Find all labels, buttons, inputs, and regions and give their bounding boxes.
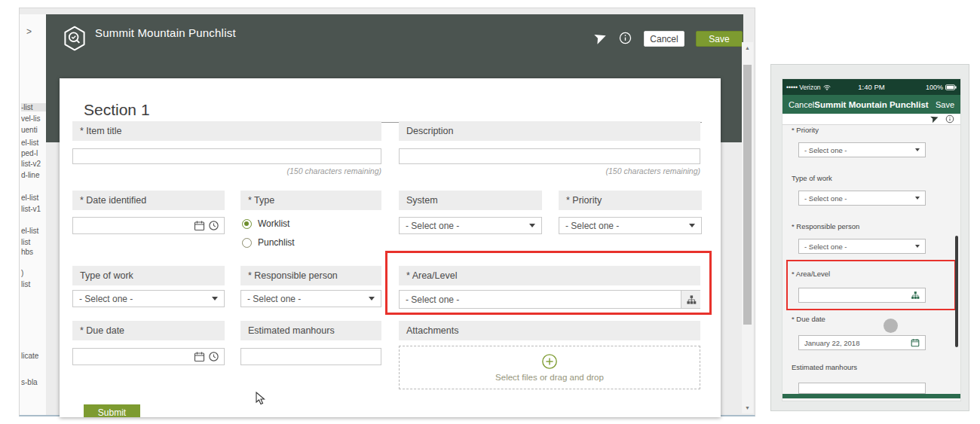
attachments-label: Attachments: [399, 321, 700, 340]
item-title-label: * Item title: [72, 121, 381, 141]
chevron-down-icon: [529, 224, 535, 227]
area-level-select[interactable]: - Select one -: [399, 290, 700, 309]
sidebar-file-item[interactable]: list-v1: [21, 205, 46, 213]
battery-icon: [945, 84, 957, 90]
priority-select[interactable]: - Select one -: [798, 142, 926, 157]
priority-label: * Priority: [792, 126, 819, 134]
description-helper: (150 characters remaining): [399, 166, 700, 175]
select-value: - Select one -: [406, 294, 459, 305]
type-radio-worklist[interactable]: Worklist: [242, 218, 289, 229]
cancel-button[interactable]: Cancel: [644, 31, 684, 47]
select-value: - Select one -: [804, 194, 847, 203]
sidebar-file-item[interactable]: list-v2: [21, 160, 46, 168]
area-level-label: * Area/Level: [792, 270, 830, 278]
clock-icon[interactable]: [208, 351, 219, 362]
mobile-save-button[interactable]: Save: [936, 100, 954, 109]
select-value: - Select one -: [247, 294, 301, 304]
sidebar-file-item[interactable]: hbs: [21, 248, 46, 256]
phone-screen: ••••• Verizon 1:40 PM 100% Summit Mounta…: [782, 79, 960, 401]
due-date-label: * Due date: [72, 321, 225, 340]
due-date-input[interactable]: January 22, 2018: [798, 335, 926, 350]
responsible-person-select[interactable]: - Select one -: [798, 239, 926, 254]
sidebar-file-item[interactable]: el-list: [21, 227, 46, 235]
send-icon[interactable]: [930, 114, 939, 124]
chevron-down-icon: [369, 297, 375, 300]
system-label: System: [399, 191, 542, 210]
mobile-cancel-button[interactable]: Cancel: [789, 100, 814, 109]
date-identified-input[interactable]: [72, 217, 225, 234]
radio-label: Punchlist: [258, 237, 295, 248]
clock-icon[interactable]: [208, 220, 219, 231]
mouse-cursor: [256, 392, 266, 405]
sidebar-file-item[interactable]: el-list: [21, 139, 46, 147]
radio-unselected-icon[interactable]: [242, 238, 252, 248]
page-title: Summit Mountain Punchlist: [95, 26, 236, 39]
mobile-toolbar: [782, 114, 960, 125]
mobile-scrollbar[interactable]: [955, 236, 958, 347]
priority-select[interactable]: - Select one -: [559, 217, 702, 234]
area-level-select[interactable]: [798, 288, 926, 303]
due-date-input[interactable]: [72, 348, 225, 365]
hierarchy-icon[interactable]: [911, 291, 920, 300]
estimated-manhours-input[interactable]: [240, 348, 381, 365]
responsible-person-label: * Responsible person: [240, 266, 381, 285]
sidebar-file-item[interactable]: el-list: [21, 194, 46, 202]
select-value: - Select one -: [804, 243, 847, 251]
estimated-manhours-label: Estimated manhours: [240, 321, 381, 340]
scrollbar-thumb[interactable]: [743, 65, 752, 325]
sidebar-file-item[interactable]: -list: [21, 103, 46, 111]
sidebar-file-item[interactable]: list: [21, 238, 46, 246]
area-level-label: * Area/Level: [399, 266, 700, 285]
attachments-dropzone[interactable]: Select files or drag and drop: [399, 346, 700, 389]
form-card: Section 1 * Item title Description (150 …: [60, 78, 721, 417]
chevron-down-icon: [689, 224, 695, 227]
mobile-nav-bar: Summit Mountain Punchlist Cancel Save: [782, 95, 960, 114]
description-input[interactable]: [399, 148, 700, 164]
type-radio-punchlist[interactable]: Punchlist: [242, 237, 295, 248]
sidebar-file-item[interactable]: list: [21, 280, 46, 288]
calendar-icon[interactable]: [194, 220, 205, 231]
select-value: - Select one -: [565, 221, 619, 231]
responsible-person-select[interactable]: - Select one -: [240, 290, 381, 307]
item-title-helper: (150 characters remaining): [72, 166, 381, 175]
type-of-work-select[interactable]: - Select one -: [798, 191, 926, 206]
add-file-icon[interactable]: [541, 353, 558, 370]
due-date-label: * Due date: [792, 315, 825, 323]
dropzone-text: Select files or drag and drop: [495, 373, 604, 382]
hierarchy-icon[interactable]: [681, 291, 700, 308]
radio-selected-icon[interactable]: [242, 219, 252, 229]
calendar-icon[interactable]: [194, 351, 205, 362]
type-of-work-select[interactable]: - Select one -: [72, 290, 225, 307]
touch-indicator: [884, 319, 898, 333]
info-icon[interactable]: [619, 32, 632, 44]
scroll-down-icon[interactable]: ▼: [744, 405, 751, 410]
calendar-icon[interactable]: [911, 338, 920, 347]
submit-button[interactable]: Submit: [84, 404, 140, 417]
sidebar-file-item[interactable]: ): [21, 269, 46, 277]
desktop-app-window: > -list vel-lis uenti el-list ped-l list…: [19, 8, 755, 416]
item-title-input[interactable]: [72, 148, 381, 164]
info-icon[interactable]: [945, 114, 954, 124]
description-label: Description: [399, 121, 700, 141]
select-value: - Select one -: [79, 294, 133, 304]
sidebar-file-item[interactable]: vel-lis: [21, 114, 46, 123]
radio-label: Worklist: [258, 218, 289, 229]
priority-label: * Priority: [559, 191, 702, 210]
section-title: Section 1: [84, 101, 150, 119]
system-select[interactable]: - Select one -: [399, 217, 542, 234]
sidebar-file-item[interactable]: uenti: [21, 126, 46, 134]
vertical-scrollbar[interactable]: ▲ ▼: [742, 42, 753, 413]
send-icon[interactable]: [594, 32, 608, 45]
estimated-manhours-input[interactable]: [798, 383, 926, 394]
responsible-person-label: * Responsible person: [792, 222, 859, 230]
sidebar-file-item[interactable]: s-bla: [21, 378, 46, 386]
sidebar-expand-chevron[interactable]: >: [26, 26, 32, 37]
battery-percent: 100%: [926, 84, 943, 91]
scroll-up-icon[interactable]: ▲: [744, 45, 751, 50]
save-button[interactable]: Save: [696, 31, 743, 47]
select-value: - Select one -: [804, 146, 847, 154]
sidebar-file-item[interactable]: ped-l: [21, 149, 46, 157]
sidebar-file-item[interactable]: licate: [21, 352, 46, 360]
sidebar-file-item[interactable]: d-line: [21, 171, 46, 179]
mobile-preview-card: ••••• Verizon 1:40 PM 100% Summit Mounta…: [770, 64, 969, 411]
